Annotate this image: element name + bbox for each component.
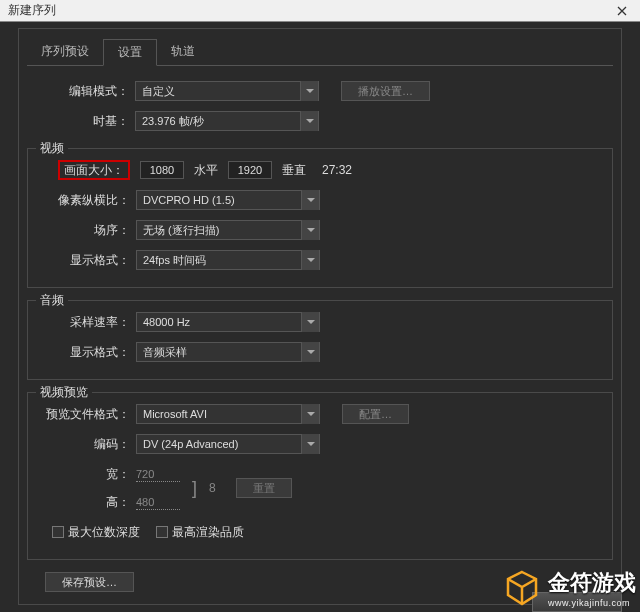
tab-tracks[interactable]: 轨道 — [157, 39, 209, 65]
window-title: 新建序列 — [8, 2, 56, 19]
audio-display-value: 音频采样 — [143, 345, 187, 360]
chevron-down-icon — [300, 81, 318, 101]
close-button[interactable] — [604, 0, 640, 22]
video-display-select[interactable]: 24fps 时间码 — [136, 250, 320, 270]
par-value: DVCPRO HD (1.5) — [143, 194, 235, 206]
audio-section: 音频 采样速率： 48000 Hz 显示格式： 音频采样 — [27, 300, 613, 380]
chevron-down-icon — [301, 250, 319, 270]
watermark-title: 金符游戏 — [548, 568, 636, 598]
preview-file-select[interactable]: Microsoft AVI — [136, 404, 320, 424]
edit-mode-value: 自定义 — [142, 84, 175, 99]
preview-width-input[interactable] — [136, 466, 180, 482]
fields-value: 无场 (逐行扫描) — [143, 223, 219, 238]
tab-preset[interactable]: 序列预设 — [27, 39, 103, 65]
link-bracket-icon: ] — [192, 479, 197, 497]
chevron-down-icon — [301, 312, 319, 332]
codec-label: 编码： — [34, 436, 136, 453]
checkbox-icon — [52, 526, 64, 538]
sample-rate-value: 48000 Hz — [143, 316, 190, 328]
frame-width-input[interactable] — [140, 161, 184, 179]
frame-size-label: 画面大小： — [58, 160, 130, 180]
checkbox-icon — [156, 526, 168, 538]
chevron-down-icon — [301, 342, 319, 362]
horizontal-label: 水平 — [194, 162, 218, 179]
watermark: 金符游戏 www.yikajinfu.com — [502, 568, 636, 608]
config-button[interactable]: 配置… — [342, 404, 409, 424]
chevron-down-icon — [301, 220, 319, 240]
sample-rate-select[interactable]: 48000 Hz — [136, 312, 320, 332]
fields-label: 场序： — [34, 222, 136, 239]
chevron-down-icon — [300, 111, 318, 131]
max-render-quality-checkbox[interactable]: 最高渲染品质 — [156, 524, 244, 541]
tab-settings[interactable]: 设置 — [103, 39, 157, 66]
fields-select[interactable]: 无场 (逐行扫描) — [136, 220, 320, 240]
aspect-ratio: 27:32 — [322, 163, 352, 177]
timebase-value: 23.976 帧/秒 — [142, 114, 204, 129]
video-display-value: 24fps 时间码 — [143, 253, 206, 268]
max-bit-depth-label: 最大位数深度 — [68, 524, 140, 541]
par-select[interactable]: DVCPRO HD (1.5) — [136, 190, 320, 210]
chevron-down-icon — [301, 434, 319, 454]
preview-width-label: 宽： — [34, 466, 136, 483]
par-label: 像素纵横比： — [34, 192, 136, 209]
video-section: 视频 画面大小： 水平 垂直 27:32 像素纵横比： DVCPRO HD (1… — [27, 148, 613, 288]
timebase-label: 时基： — [27, 113, 135, 130]
preview-file-label: 预览文件格式： — [34, 406, 136, 423]
audio-section-title: 音频 — [36, 292, 68, 309]
max-bit-depth-checkbox[interactable]: 最大位数深度 — [52, 524, 140, 541]
preview-section-title: 视频预览 — [36, 384, 92, 401]
preview-file-value: Microsoft AVI — [143, 408, 207, 420]
chevron-down-icon — [301, 404, 319, 424]
codec-select[interactable]: DV (24p Advanced) — [136, 434, 320, 454]
max-render-quality-label: 最高渲染品质 — [172, 524, 244, 541]
cube-icon — [502, 568, 542, 608]
link-indicator[interactable]: 8 — [209, 481, 216, 495]
close-icon — [617, 6, 627, 16]
timebase-select[interactable]: 23.976 帧/秒 — [135, 111, 319, 131]
audio-display-select[interactable]: 音频采样 — [136, 342, 320, 362]
vertical-label: 垂直 — [282, 162, 306, 179]
save-preset-button[interactable]: 保存预设… — [45, 572, 134, 592]
preview-section: 视频预览 预览文件格式： Microsoft AVI 配置… 编码： DV (2… — [27, 392, 613, 560]
playback-settings-button[interactable]: 播放设置… — [341, 81, 430, 101]
audio-display-label: 显示格式： — [34, 344, 136, 361]
video-section-title: 视频 — [36, 140, 68, 157]
video-display-label: 显示格式： — [34, 252, 136, 269]
preview-height-label: 高： — [34, 494, 136, 511]
sample-rate-label: 采样速率： — [34, 314, 136, 331]
reset-button[interactable]: 重置 — [236, 478, 292, 498]
frame-height-input[interactable] — [228, 161, 272, 179]
tabs: 序列预设 设置 轨道 — [27, 39, 613, 66]
codec-value: DV (24p Advanced) — [143, 438, 238, 450]
watermark-url: www.yikajinfu.com — [548, 598, 636, 608]
edit-mode-select[interactable]: 自定义 — [135, 81, 319, 101]
preview-height-input[interactable] — [136, 494, 180, 510]
edit-mode-label: 编辑模式： — [27, 83, 135, 100]
chevron-down-icon — [301, 190, 319, 210]
